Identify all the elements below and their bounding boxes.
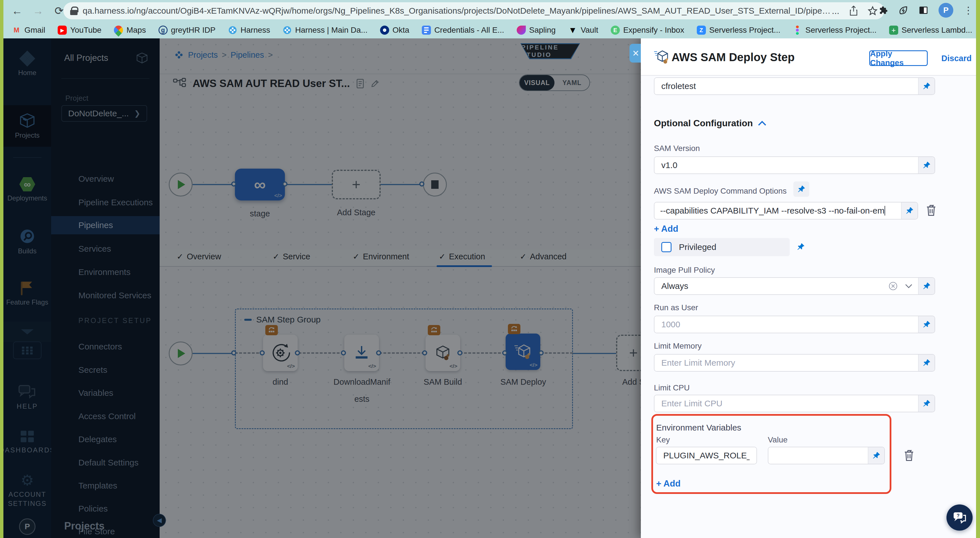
bookmark-harness-main[interactable]: Harness | Main Da... — [283, 26, 368, 35]
sidebar-item-feature-flags[interactable]: Feature Flags — [3, 281, 51, 306]
nav-item-environments[interactable]: Environments — [51, 263, 160, 281]
project-selector[interactable]: DoNotDelete_... ❯ — [61, 105, 147, 122]
toggle-yaml[interactable]: YAML — [554, 75, 589, 90]
pipeline-start-node[interactable] — [169, 172, 192, 196]
nav-item-delegates[interactable]: Delegates — [51, 430, 160, 449]
bookmark-expensify[interactable]: E Expensify - Inbox — [611, 26, 684, 35]
pin-button[interactable] — [918, 78, 935, 94]
url-bar[interactable]: qa.harness.io/ng/account/OgiB4-xETamKNVA… — [64, 2, 884, 19]
pin-button[interactable] — [901, 203, 918, 219]
delete-command-option-button[interactable] — [925, 203, 937, 217]
share-icon[interactable] — [849, 6, 858, 16]
tab-execution[interactable]: ✓Execution — [439, 252, 485, 261]
nav-item-pipeline-executions[interactable]: Pipeline Executions — [51, 193, 160, 212]
browser-profile-avatar[interactable]: P — [939, 3, 953, 18]
command-options-input[interactable]: --capabilities CAPABILITY_IAM --resolve-… — [654, 203, 901, 219]
nav-item-default-settings[interactable]: Default Settings — [51, 453, 160, 472]
add-stage-button[interactable]: + — [332, 170, 381, 200]
leaf-extension-icon[interactable] — [898, 5, 908, 15]
stage-node[interactable]: ∞ </> — [235, 169, 285, 201]
pin-button[interactable] — [918, 354, 935, 371]
sidebar-item-builds[interactable]: Builds — [3, 228, 51, 255]
bookmark-maps[interactable]: Maps — [114, 26, 146, 35]
bookmark-sapling[interactable]: Sapling — [517, 26, 555, 35]
bookmark-serverless-project-2[interactable]: Serverless Project... — [793, 26, 877, 35]
bookmark-vault[interactable]: ▼ Vault — [568, 26, 598, 35]
run-as-user-input[interactable] — [654, 316, 918, 333]
step-node-sam-deploy[interactable]: </> — [506, 334, 540, 370]
env-key-input[interactable] — [657, 447, 756, 464]
tab-service[interactable]: ✓Service — [273, 252, 310, 261]
sidebar-item-help[interactable]: ? HELP — [3, 385, 51, 410]
browser-forward-button[interactable]: → — [31, 4, 45, 18]
sidebar-item-home[interactable]: Home — [3, 51, 51, 77]
bookmark-greythr[interactable]: g greytHR IDP — [159, 26, 216, 35]
limit-cpu-input[interactable] — [654, 395, 918, 412]
all-projects-button[interactable]: All Projects — [64, 52, 148, 64]
privileged-checkbox[interactable] — [661, 242, 671, 252]
privileged-pin-button[interactable] — [797, 243, 805, 251]
nav-item-policies[interactable]: Policies — [51, 500, 160, 518]
pin-button[interactable] — [918, 395, 935, 412]
breadcrumb-projects-link[interactable]: Projects — [188, 50, 218, 60]
bookmark-harness[interactable]: Harness — [228, 26, 270, 35]
sidebar-item-dashboards[interactable]: DASHBOARDS — [3, 429, 51, 454]
select-chevron-down-icon[interactable] — [905, 284, 912, 289]
notes-icon[interactable] — [356, 78, 364, 89]
sam-version-input[interactable] — [654, 157, 918, 174]
env-value-input[interactable] — [768, 447, 868, 464]
sidebar-item-deployments[interactable]: ∞ Deployments — [3, 177, 51, 202]
sidebar-item-projects[interactable]: Projects — [3, 105, 51, 147]
bookmark-gmail[interactable]: M Gmail — [12, 26, 45, 35]
sidebar-apps-grid[interactable] — [3, 342, 51, 359]
nav-collapse-button[interactable]: ◀ — [153, 514, 166, 527]
delete-env-variable-button[interactable] — [903, 449, 915, 462]
pin-button[interactable] — [868, 447, 884, 464]
nav-item-pipelines[interactable]: Pipelines — [51, 216, 160, 234]
optional-configuration-header[interactable]: Optional Configuration — [654, 118, 767, 129]
pin-button[interactable] — [918, 316, 935, 333]
execution-start-node[interactable] — [169, 342, 192, 366]
nav-item-variables[interactable]: Variables — [51, 384, 160, 402]
bookmark-serverless-project-1[interactable]: Z Serverless Project... — [697, 26, 781, 35]
bookmark-youtube[interactable]: ▶ YouTube — [58, 26, 102, 35]
step-group-header[interactable]: SAM Step Group — [244, 315, 321, 324]
nav-item-services[interactable]: Services — [51, 240, 160, 258]
apply-changes-button[interactable]: Apply Changes — [869, 50, 928, 66]
nav-item-monitored-services[interactable]: Monitored Services — [51, 286, 160, 305]
discard-button[interactable]: Discard — [941, 54, 972, 63]
limit-memory-input[interactable] — [654, 354, 918, 371]
tab-environment[interactable]: ✓Environment — [353, 252, 409, 261]
sidebar-user-avatar[interactable]: P — [3, 518, 51, 535]
nav-item-access-control[interactable]: Access Control — [51, 407, 160, 425]
tab-overview[interactable]: ✓Overview — [177, 252, 221, 261]
sidebar-item-account-settings[interactable]: ⚙ ACCOUNT SETTINGS — [3, 473, 51, 508]
bookmark-star-icon[interactable] — [868, 6, 877, 16]
nav-item-secrets[interactable]: Secrets — [51, 361, 160, 379]
nav-item-overview[interactable]: Overview — [51, 170, 160, 188]
url-ellipsis-icon[interactable]: ... — [832, 6, 839, 16]
step-node-download-manifests[interactable]: </> — [344, 335, 379, 371]
pin-button[interactable] — [918, 278, 935, 294]
role-input[interactable] — [654, 78, 918, 94]
help-chat-fab[interactable]: ? — [947, 504, 973, 531]
step-node-sam-build[interactable]: </> — [426, 335, 460, 371]
bookmark-serverless-lambda[interactable]: + Serverless Lambd... — [889, 26, 972, 35]
step-node-dind[interactable]: </> — [263, 335, 298, 371]
add-command-option-link[interactable]: + Add — [654, 224, 678, 234]
tab-advanced[interactable]: ✓Advanced — [520, 252, 566, 261]
pin-button[interactable] — [918, 157, 935, 174]
add-env-variable-link[interactable]: + Add — [656, 479, 681, 489]
browser-back-button[interactable]: ← — [10, 4, 24, 18]
breadcrumb-pipelines-link[interactable]: Pipelines — [231, 50, 264, 60]
browser-menu-icon[interactable]: ⋮ — [964, 5, 973, 16]
toggle-visual[interactable]: VISUAL — [520, 75, 554, 90]
add-step-button[interactable]: + — [616, 335, 644, 371]
sidebar-collapse-section[interactable] — [3, 322, 51, 342]
side-panel-icon[interactable] — [919, 5, 928, 15]
edit-pencil-icon[interactable] — [371, 79, 380, 88]
bookmark-credentials[interactable]: Credentials - All E... — [422, 26, 504, 35]
pipeline-end-node[interactable] — [423, 172, 447, 196]
nav-item-connectors[interactable]: Connectors — [51, 337, 160, 356]
bookmark-okta[interactable]: Okta — [380, 26, 409, 35]
